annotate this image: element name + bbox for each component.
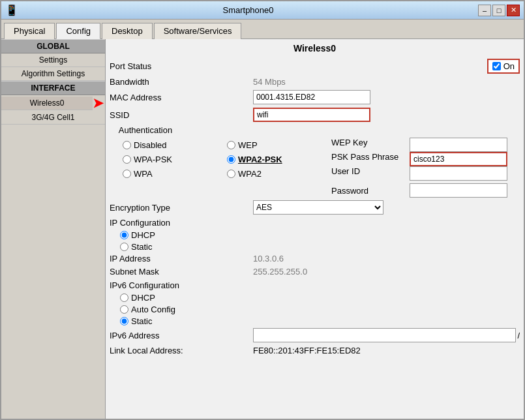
title-bar: 📱 Smartphone0 – □ ✕ (1, 1, 524, 20)
link-local-label: Link Local Address: (110, 346, 253, 355)
ipv6-auto-label: Auto Config (131, 305, 175, 314)
ip-address-label: IP Address (110, 254, 253, 263)
ssid-row: SSID (110, 108, 520, 122)
psk-value-cell (410, 152, 520, 166)
encrypt-label: Encryption Type (110, 203, 253, 213)
ip-dhcp-group: DHCP (120, 230, 520, 240)
auth-wep: WEP (227, 138, 331, 152)
tab-physical[interactable]: Physical (4, 23, 55, 39)
auth-wpa2psk-radio[interactable] (227, 155, 235, 164)
sidebar-item-settings[interactable]: Settings (1, 53, 105, 67)
panel-title: Wireless0 (110, 43, 520, 53)
auth-wpapsk-radio[interactable] (123, 155, 131, 164)
sidebar: GLOBAL Settings Algorithm Settings INTER… (1, 39, 106, 419)
ip-static-group: Static (120, 242, 520, 252)
tabs-bar: Physical Config Desktop Software/Service… (1, 20, 524, 39)
auth-section: Authentication Disabled WEP WEP Key (110, 125, 520, 198)
link-local-value: FE80::201:43FF:FE15:ED82 (253, 346, 361, 355)
auth-wpa2-radio[interactable] (227, 170, 235, 178)
tab-software[interactable]: Software/Services (154, 23, 242, 39)
window-title: Smartphone0 (18, 5, 478, 15)
user-id-label-cell: User ID (331, 166, 410, 181)
ipv6-dhcp-group: DHCP (120, 293, 520, 303)
ipv6-address-input[interactable] (253, 328, 516, 342)
ipv6-slash: / (517, 331, 520, 340)
psk-label-cell: PSK Pass Phrase (331, 152, 410, 166)
encrypt-select[interactable]: AES TKIP (253, 200, 383, 215)
arrow-icon: ➤ (93, 95, 104, 111)
password-value (410, 183, 507, 198)
mac-row: MAC Address (110, 90, 520, 104)
ipv6-config-label: IPv6 Configuration (110, 280, 520, 290)
sidebar-interface-header: INTERFACE (1, 81, 105, 95)
sidebar-item-cell[interactable]: 3G/4G Cell1 (1, 111, 105, 125)
minimize-button[interactable]: – (478, 5, 491, 16)
ipv6-dhcp-label: DHCP (131, 293, 155, 303)
ipv6-config-section: IPv6 Configuration DHCP Auto Config Stat… (110, 280, 520, 326)
bandwidth-row: Bandwidth 54 Mbps (110, 77, 520, 87)
auth-disabled-radio[interactable] (123, 141, 131, 149)
port-status-label: Port Status (110, 61, 487, 71)
user-id-input[interactable] (410, 166, 507, 181)
subnet-label: Subnet Mask (110, 267, 253, 277)
ip-address-row: IP Address 10.3.0.6 (110, 254, 520, 263)
sidebar-wireless0-row: Wireless0 ➤ (1, 95, 105, 111)
ip-static-radio[interactable] (120, 243, 128, 251)
main-area: GLOBAL Settings Algorithm Settings INTER… (1, 39, 524, 419)
wep-key-input[interactable] (410, 138, 507, 152)
ipv6-static-label: Static (131, 316, 153, 326)
ipv6-static-radio[interactable] (120, 317, 128, 325)
mac-input[interactable] (253, 90, 370, 104)
bandwidth-label: Bandwidth (110, 77, 253, 87)
ipv6-auto-group: Auto Config (120, 305, 520, 314)
user-id-value-cell (410, 166, 520, 181)
main-window: 📱 Smartphone0 – □ ✕ Physical Config Desk… (0, 0, 525, 420)
psk-input[interactable] (410, 152, 507, 166)
auth-wpa2psk-label: WPA2-PSK (238, 155, 282, 164)
auth-wpa-label: WPA (134, 169, 153, 179)
port-status-row: Port Status On (110, 59, 520, 74)
ipv6-address-row: IPv6 Address / (110, 328, 520, 342)
auth-wep-label: WEP (238, 140, 258, 150)
auth-wpa2-label: WPA2 (238, 169, 262, 179)
subnet-value: 255.255.255.0 (253, 267, 307, 277)
bandwidth-value: 54 Mbps (253, 77, 286, 87)
ip-dhcp-label: DHCP (131, 230, 155, 240)
close-button[interactable]: ✕ (507, 5, 520, 16)
port-status-checkbox[interactable] (492, 62, 501, 70)
ip-config-label: IP Configuration (110, 218, 520, 228)
sidebar-item-wireless0[interactable]: Wireless0 (1, 97, 93, 110)
ipv6-dhcp-radio[interactable] (120, 293, 128, 302)
auth-wpa: WPA (123, 166, 227, 181)
auth-wpapsk: WPA-PSK (123, 152, 227, 166)
ipv6-address-label: IPv6 Address (110, 331, 253, 340)
ip-address-value: 10.3.0.6 (253, 254, 284, 263)
auth-label: Authentication (110, 125, 520, 135)
subnet-row: Subnet Mask 255.255.255.0 (110, 267, 520, 277)
content-area: Wireless0 Port Status On Bandwidth 54 Mb… (106, 39, 524, 419)
tab-desktop[interactable]: Desktop (102, 23, 153, 39)
auth-wep-radio[interactable] (227, 141, 235, 149)
ipv6-auto-radio[interactable] (120, 305, 128, 314)
on-checkbox-container: On (487, 59, 520, 74)
window-controls: – □ ✕ (478, 5, 520, 16)
ipv6-static-group: Static (120, 316, 520, 326)
ip-dhcp-radio[interactable] (120, 231, 128, 239)
wep-key-value-cell (410, 138, 520, 152)
maximize-button[interactable]: □ (492, 5, 505, 16)
password-label: Password (331, 186, 410, 196)
auth-wpa-radio[interactable] (123, 170, 131, 178)
password-input[interactable] (410, 183, 507, 198)
tab-config[interactable]: Config (56, 23, 100, 39)
ip-config-section: IP Configuration DHCP Static (110, 218, 520, 252)
sidebar-item-algorithm[interactable]: Algorithm Settings (1, 67, 105, 81)
wep-key-label-cell: WEP Key (331, 138, 410, 152)
sidebar-global-header: GLOBAL (1, 39, 105, 53)
ssid-label: SSID (110, 110, 253, 120)
auth-wpa2psk: WPA2-PSK (227, 152, 331, 166)
ip-static-label: Static (131, 242, 153, 252)
auth-disabled: Disabled (123, 138, 227, 152)
link-local-row: Link Local Address: FE80::201:43FF:FE15:… (110, 346, 520, 355)
mac-label: MAC Address (110, 93, 253, 102)
ssid-input[interactable] (253, 108, 370, 122)
